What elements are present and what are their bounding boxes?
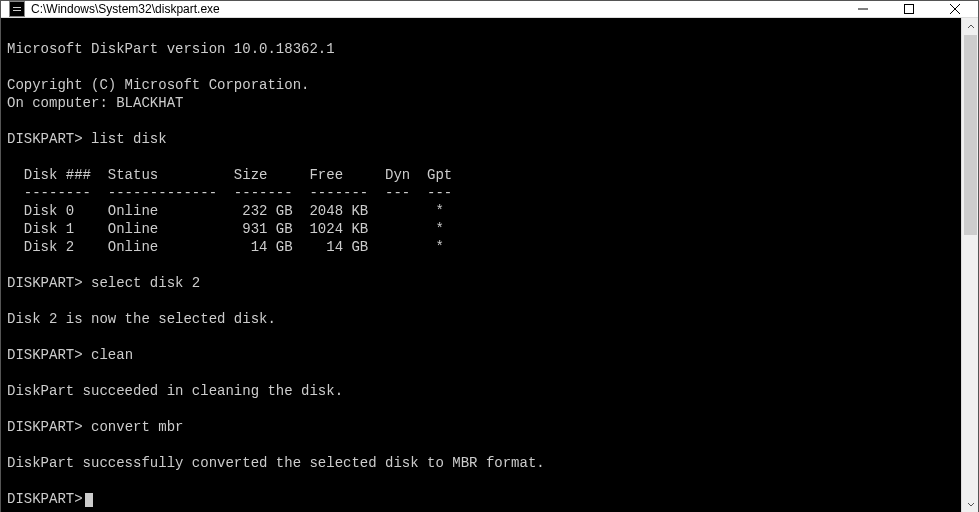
close-icon xyxy=(950,4,960,14)
msg-convert: DiskPart successfully converted the sele… xyxy=(7,455,545,471)
prompt: DISKPART> xyxy=(7,347,83,363)
chevron-down-icon xyxy=(967,500,975,508)
table-row: Disk 1 Online 931 GB 1024 KB * xyxy=(7,221,444,237)
cmd-convert-mbr: convert mbr xyxy=(83,419,184,435)
minimize-icon xyxy=(858,4,868,14)
line-computer: On computer: BLACKHAT xyxy=(7,95,183,111)
titlebar[interactable]: C:\Windows\System32\diskpart.exe xyxy=(1,1,978,18)
text-cursor xyxy=(85,493,93,507)
prompt: DISKPART> xyxy=(7,491,83,507)
vertical-scrollbar[interactable] xyxy=(961,18,978,512)
table-header: Disk ### Status Size Free Dyn Gpt xyxy=(7,167,452,183)
prompt: DISKPART> xyxy=(7,131,83,147)
app-icon xyxy=(9,1,25,17)
table-row: Disk 2 Online 14 GB 14 GB * xyxy=(7,239,444,255)
prompt: DISKPART> xyxy=(7,419,83,435)
svg-rect-1 xyxy=(905,5,914,14)
msg-clean: DiskPart succeeded in cleaning the disk. xyxy=(7,383,343,399)
cmd-clean: clean xyxy=(83,347,133,363)
maximize-icon xyxy=(904,4,914,14)
window-controls xyxy=(840,1,978,17)
minimize-button[interactable] xyxy=(840,1,886,17)
scrollbar-thumb[interactable] xyxy=(964,35,977,235)
table-row: Disk 0 Online 232 GB 2048 KB * xyxy=(7,203,444,219)
cmd-select-disk: select disk 2 xyxy=(83,275,201,291)
window-title: C:\Windows\System32\diskpart.exe xyxy=(31,2,220,16)
scroll-up-button[interactable] xyxy=(962,18,979,35)
maximize-button[interactable] xyxy=(886,1,932,17)
table-divider: -------- ------------- ------- ------- -… xyxy=(7,185,452,201)
line-copyright: Copyright (C) Microsoft Corporation. xyxy=(7,77,309,93)
msg-selected: Disk 2 is now the selected disk. xyxy=(7,311,276,327)
prompt: DISKPART> xyxy=(7,275,83,291)
cmd-list-disk: list disk xyxy=(83,131,167,147)
chevron-up-icon xyxy=(967,23,975,31)
close-button[interactable] xyxy=(932,1,978,17)
line-version: Microsoft DiskPart version 10.0.18362.1 xyxy=(7,41,335,57)
client-area: Microsoft DiskPart version 10.0.18362.1 … xyxy=(1,18,978,512)
console-output[interactable]: Microsoft DiskPart version 10.0.18362.1 … xyxy=(1,18,961,512)
scroll-down-button[interactable] xyxy=(962,495,979,512)
window-frame: C:\Windows\System32\diskpart.exe Microso… xyxy=(0,0,979,512)
